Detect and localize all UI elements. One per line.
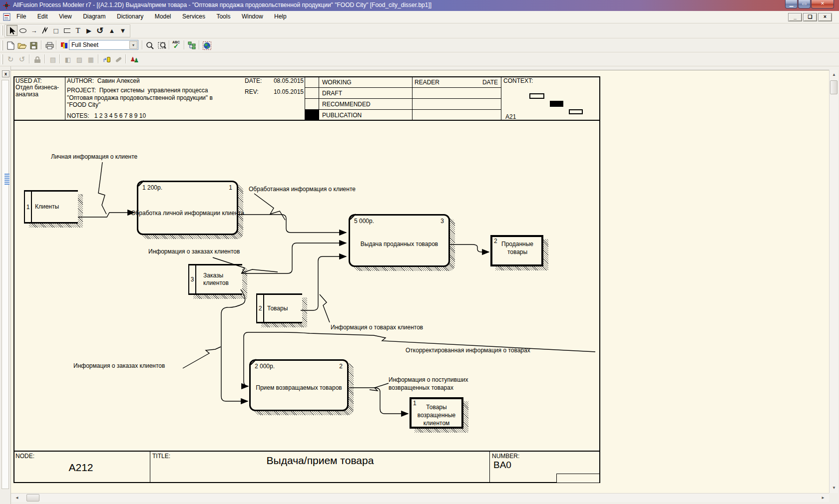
- dock-track[interactable]: [1, 80, 9, 489]
- checkin-icon[interactable]: ↺: [16, 54, 27, 64]
- squiggle-tool-icon[interactable]: [39, 25, 50, 36]
- external-prodannye-tovary[interactable]: 2 Проданные товары: [490, 235, 543, 266]
- vertical-scroll-thumb[interactable]: [830, 80, 838, 94]
- tool-palette: → □ T ▶ ↺ ▲ ▼: [0, 23, 839, 38]
- external-tovary-vozrashchennye[interactable]: 1 Товары возращенные клиентом: [410, 397, 463, 429]
- print-icon[interactable]: [44, 40, 55, 50]
- author-row: AUTHOR: Савин Алексей: [67, 77, 140, 84]
- flow-label-tovary-klientov[interactable]: Информация о товарах клиентов: [331, 324, 423, 331]
- restore-button[interactable]: ▭: [798, 0, 811, 8]
- notes-label: NOTES:: [67, 112, 89, 119]
- reader-label: READER: [415, 79, 439, 86]
- lock-icon[interactable]: [32, 54, 43, 64]
- menu-tools[interactable]: Tools: [212, 11, 235, 23]
- color-palette-icon[interactable]: [58, 40, 69, 50]
- left-dock-pane: x: [0, 66, 11, 504]
- zoom-combobox[interactable]: Full Sheet ▼: [69, 40, 138, 50]
- kit-grid-line: [305, 98, 501, 99]
- checkout-icon[interactable]: ↻: [5, 54, 16, 64]
- horizontal-scroll-thumb[interactable]: [26, 494, 39, 502]
- window-title: AllFusion Process Modeler r7 - [(A2.1.2D…: [13, 1, 431, 8]
- flow-label-zakazy-bottom[interactable]: Информация о заказах клиентов: [73, 362, 165, 369]
- model-explorer-icon[interactable]: ↱: [101, 54, 112, 64]
- datastore-number: 3: [189, 265, 196, 293]
- menu-edit[interactable]: Edit: [33, 11, 52, 23]
- flow-label-postupivshie[interactable]: Информация о поступивших возвращенных то…: [389, 376, 486, 392]
- mdi-restore-button[interactable]: ❏: [803, 13, 817, 21]
- activity-number: 1: [229, 184, 232, 191]
- status-recommended: RECOMMENDED: [322, 101, 371, 108]
- dock-close-icon[interactable]: x: [2, 70, 9, 77]
- menu-diagram[interactable]: Diagram: [78, 11, 110, 23]
- datastore-tovary[interactable]: 2 Товары: [256, 293, 302, 323]
- activity-obrabotka-lichnoy-informacii[interactable]: 1 200р. 1 Обработка личной информации кл…: [137, 181, 238, 235]
- go-down-icon[interactable]: ▼: [117, 25, 128, 36]
- spell-check-icon[interactable]: ABC ✓: [171, 40, 182, 50]
- menu-window[interactable]: Window: [237, 11, 268, 23]
- pointer-tool-icon[interactable]: [6, 25, 17, 36]
- arrow-tool-icon[interactable]: →: [28, 25, 39, 36]
- datastore-klienty[interactable]: 1 Клиенты: [24, 190, 78, 224]
- zoom-area-icon[interactable]: [156, 40, 167, 50]
- horizontal-scrollbar[interactable]: ◄ ►: [11, 493, 829, 502]
- vertical-scrollbar[interactable]: ▲ ▼: [829, 70, 838, 493]
- activity-priem-vozvrashchaemyh-tovarov[interactable]: 2 000р. 2 Прием возвращаемых товаров: [249, 359, 349, 411]
- activity-vydacha-prodannyh-tovarov[interactable]: 5 000р. 3 Выдача проданных товаров: [349, 214, 450, 267]
- rotate-tool-icon[interactable]: ↺: [94, 25, 105, 36]
- diagram-canvas[interactable]: USED AT: Отдел бизнеса-анализа AUTHOR: С…: [11, 70, 829, 493]
- datastore-number: 2: [257, 295, 264, 322]
- involvement-icon[interactable]: ♟ ♟: [128, 54, 139, 64]
- scroll-up-icon[interactable]: ▲: [830, 71, 838, 79]
- zoom-in-icon[interactable]: [144, 40, 155, 50]
- grid-report-icon[interactable]: ▦: [85, 54, 96, 64]
- datastore-number: 1: [25, 192, 32, 222]
- web-publish-icon[interactable]: [201, 40, 212, 50]
- dock-splitter-grip[interactable]: [4, 174, 9, 185]
- refresh-model-icon[interactable]: ▨: [74, 54, 85, 64]
- menu-help[interactable]: Help: [270, 11, 291, 23]
- scroll-right-icon[interactable]: ►: [819, 494, 827, 502]
- go-up-icon[interactable]: ▲: [106, 25, 117, 36]
- combobox-dropdown-icon[interactable]: ▼: [129, 41, 137, 49]
- toolbar-separator: [44, 54, 45, 63]
- flow-label-otkorrektirovannaya[interactable]: Откорректированная информация о товарах: [406, 347, 530, 354]
- text-tool-icon[interactable]: T: [72, 25, 83, 36]
- activity-box-tool-icon[interactable]: □: [50, 25, 61, 36]
- open-file-icon[interactable]: [16, 40, 27, 50]
- close-button[interactable]: ×: [811, 0, 834, 8]
- minimize-button[interactable]: ▁: [785, 0, 798, 8]
- datastore-name: Товары: [264, 295, 302, 322]
- kit-grid-line: [305, 87, 501, 88]
- menu-view[interactable]: View: [54, 11, 76, 23]
- session-icon[interactable]: ◧: [62, 54, 73, 64]
- menu-model[interactable]: Model: [150, 11, 176, 23]
- save-icon[interactable]: [28, 40, 39, 50]
- menu-file[interactable]: File: [12, 11, 30, 23]
- toolbar-grip[interactable]: [1, 40, 3, 50]
- menu-services[interactable]: Services: [178, 11, 210, 23]
- goto-child-icon[interactable]: ▶: [83, 25, 94, 36]
- scroll-down-icon[interactable]: ▼: [830, 484, 838, 492]
- toolbar-grip[interactable]: [1, 54, 3, 64]
- entity-tool-icon[interactable]: [17, 25, 28, 36]
- datastore-zakazy-klientov[interactable]: 3 Заказы клиентов: [188, 264, 242, 295]
- menu-dictionary[interactable]: Dictionary: [112, 11, 148, 23]
- toolbar-grip[interactable]: [1, 25, 3, 35]
- mdi-close-button[interactable]: ×: [818, 13, 832, 21]
- model-hierarchy-icon[interactable]: [186, 40, 197, 50]
- kit-grid-line: [150, 451, 150, 483]
- datastore-tool-icon[interactable]: [61, 25, 72, 36]
- dictionary-report-icon[interactable]: ▤: [47, 54, 58, 64]
- flow-label-lichnaya-informaciya[interactable]: Личная информация о клиенте: [51, 153, 137, 160]
- app-icon: [2, 1, 10, 9]
- activity-number: 2: [339, 363, 343, 370]
- flow-label-zakazy-top[interactable]: Информация о заказах клиентов: [148, 248, 240, 255]
- scroll-left-icon[interactable]: ◄: [13, 494, 21, 502]
- toolbar-separator: [125, 54, 126, 63]
- title-bar[interactable]: AllFusion Process Modeler r7 - [(A2.1.2D…: [0, 0, 839, 11]
- new-file-icon[interactable]: [5, 40, 16, 50]
- mdi-minimize-button[interactable]: _: [788, 13, 802, 21]
- context-label: CONTEXT:: [503, 77, 533, 84]
- flow-label-obrabotannaya-informaciya[interactable]: Обработанная информация о клиенте: [249, 186, 356, 193]
- wrench-icon[interactable]: [113, 54, 124, 64]
